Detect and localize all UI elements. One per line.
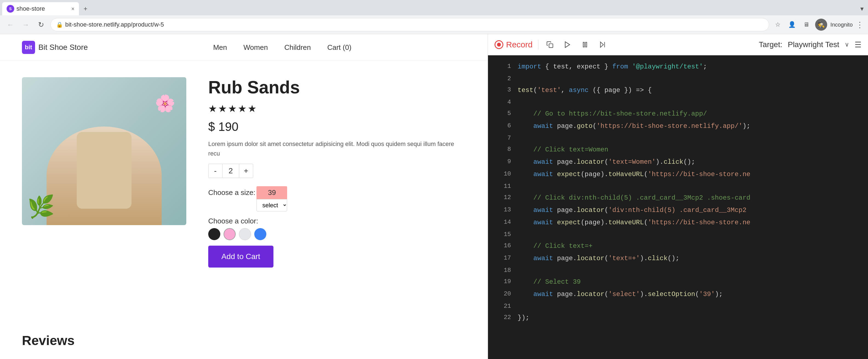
size-label: Choose a size: (208, 188, 255, 197)
profile-button[interactable]: 👤 (786, 19, 798, 30)
record-label: Record (506, 40, 533, 49)
code-line: 10 await expect(page).toHaveURL('https:/… (488, 168, 868, 181)
code-line: 19 // Select 39 (488, 276, 868, 288)
svg-rect-0 (549, 44, 553, 47)
browser-content: bit Bit Shoe Store Men Women Children Ca… (0, 34, 488, 359)
star-1: ★ (208, 103, 217, 115)
browser-tab[interactable]: S shoe-store × (2, 2, 79, 15)
product-area: 🌿 🌸 Rub Sands ★ ★ ★ ★ ★ $ 190 Lorem ipsu… (0, 61, 488, 322)
target-label-text: Target: (759, 40, 782, 49)
product-details: Rub Sands ★ ★ ★ ★ ★ $ 190 Lorem ipsum do… (208, 77, 466, 305)
color-label: Choose a color: (208, 217, 258, 225)
main-content: bit Bit Shoe Store Men Women Children Ca… (0, 34, 868, 359)
back-button[interactable]: ← (4, 19, 17, 31)
code-line: 12 // Click div:nth-child(5) .card_card_… (488, 192, 868, 204)
code-line: 6 await page.goto('https://bit-shoe-stor… (488, 120, 868, 133)
color-section: Choose a color: (208, 217, 466, 240)
reload-button[interactable]: ↻ (35, 19, 47, 31)
reviews-section: Reviews (0, 322, 488, 359)
quantity-plus-button[interactable]: + (239, 164, 253, 178)
svg-marker-4 (600, 42, 603, 47)
product-stars: ★ ★ ★ ★ ★ (208, 103, 466, 115)
site-logo: bit Bit Shoe Store (22, 41, 88, 54)
plant-decoration: 🌿 (27, 194, 55, 220)
tab-bar: S shoe-store × + ▾ (0, 0, 868, 15)
star-4: ★ (238, 103, 247, 115)
svg-rect-2 (583, 42, 584, 47)
tab-favicon: S (7, 5, 14, 12)
new-tab-button[interactable]: + (80, 4, 91, 14)
code-line: 2 (488, 73, 868, 84)
incognito-badge: 🕵 (815, 19, 827, 31)
product-description: Lorem ipsum dolor sit amet consectetur a… (208, 139, 466, 158)
site-nav: Men Women Children Cart (0) (99, 43, 466, 52)
close-tab-button[interactable]: × (71, 6, 74, 12)
color-swatch-blue[interactable] (254, 228, 266, 240)
code-line: 11 (488, 181, 868, 192)
star-5: ★ (248, 103, 256, 115)
nav-bar: ← → ↻ 🔒 bit-shoe-store.netlify.app/produ… (0, 15, 868, 34)
toolbar-divider-1 (538, 40, 538, 50)
play-button[interactable] (561, 39, 574, 51)
editor-menu-button[interactable]: ☰ (855, 40, 861, 49)
reviews-title: Reviews (22, 333, 466, 348)
code-line: 9 await page.locator('text=Women').click… (488, 156, 868, 168)
nav-women[interactable]: Women (244, 43, 268, 52)
step-button[interactable] (596, 39, 609, 51)
star-3: ★ (228, 103, 237, 115)
svg-marker-1 (565, 42, 569, 47)
quantity-minus-button[interactable]: - (208, 164, 222, 178)
code-line: 22 }); (488, 312, 868, 324)
lock-icon: 🔒 (56, 21, 63, 28)
code-content: 1 import { test, expect } from '@playwri… (488, 55, 868, 359)
site-name: Bit Shoe Store (38, 43, 88, 52)
code-line: 13 await page.locator('div:nth-child(5) … (488, 204, 868, 217)
code-line: 5 // Go to https://bit-shoe-store.netlif… (488, 108, 868, 120)
code-line: 14 await expect(page).toHaveURL('https:/… (488, 217, 868, 229)
quantity-value: 2 (222, 164, 239, 178)
nav-men[interactable]: Men (213, 43, 227, 52)
tab-arrow-down[interactable]: ▾ (858, 4, 866, 14)
size-value: 39 (256, 186, 287, 199)
tab-title: shoe-store (17, 5, 69, 12)
code-line: 21 (488, 301, 868, 312)
pause-button[interactable] (579, 39, 591, 51)
record-button[interactable]: Record (495, 40, 533, 49)
code-editor: Record Target: Playwright Test ∨ ☰ (488, 34, 868, 359)
product-price: $ 190 (208, 120, 466, 134)
nav-cart[interactable]: Cart (0) (327, 43, 351, 52)
forward-button[interactable]: → (20, 19, 32, 31)
size-select[interactable]: select 39 40 41 (256, 199, 287, 211)
color-swatch-pink[interactable] (224, 228, 236, 240)
star-button[interactable]: ☆ (772, 19, 783, 30)
site-header: bit Bit Shoe Store Men Women Children Ca… (0, 34, 488, 61)
logo-icon: bit (22, 41, 35, 54)
product-name: Rub Sands (208, 77, 466, 97)
code-line: 3 test('test', async ({ page }) => { (488, 84, 868, 97)
target-value-text: Playwright Test (788, 40, 839, 49)
incognito-text: Incognito (831, 22, 852, 28)
code-line: 16 // Click text=+ (488, 240, 868, 253)
browser-menu-button[interactable]: ⋮ (856, 20, 864, 29)
code-line: 4 (488, 97, 868, 108)
svg-rect-3 (586, 42, 587, 47)
star-2: ★ (218, 103, 227, 115)
color-swatch-white[interactable] (239, 228, 251, 240)
code-line: 1 import { test, expect } from '@playwri… (488, 61, 868, 73)
url-text: bit-shoe-store.netlify.app/product/w-5 (65, 21, 164, 28)
code-line: 7 (488, 133, 868, 144)
code-line: 8 // Click text=Women (488, 144, 868, 156)
color-swatch-black[interactable] (208, 228, 220, 240)
code-line: 17 await page.locator('text=+').click(); (488, 253, 868, 265)
quantity-control: - 2 + (208, 164, 466, 178)
plant-decoration-2: 🌸 (155, 94, 175, 113)
address-bar[interactable]: 🔒 bit-shoe-store.netlify.app/product/w-5 (51, 18, 769, 31)
add-to-cart-button[interactable]: Add to Cart (208, 246, 274, 267)
target-chevron-icon[interactable]: ∨ (845, 41, 849, 48)
record-dot-inner (497, 43, 501, 46)
code-line: 18 (488, 265, 868, 276)
browser-chrome: S shoe-store × + ▾ ← → ↻ 🔒 bit-shoe-stor… (0, 0, 868, 34)
nav-children[interactable]: Children (284, 43, 311, 52)
copy-button[interactable] (544, 39, 556, 51)
cast-button[interactable]: 🖥 (801, 19, 812, 30)
